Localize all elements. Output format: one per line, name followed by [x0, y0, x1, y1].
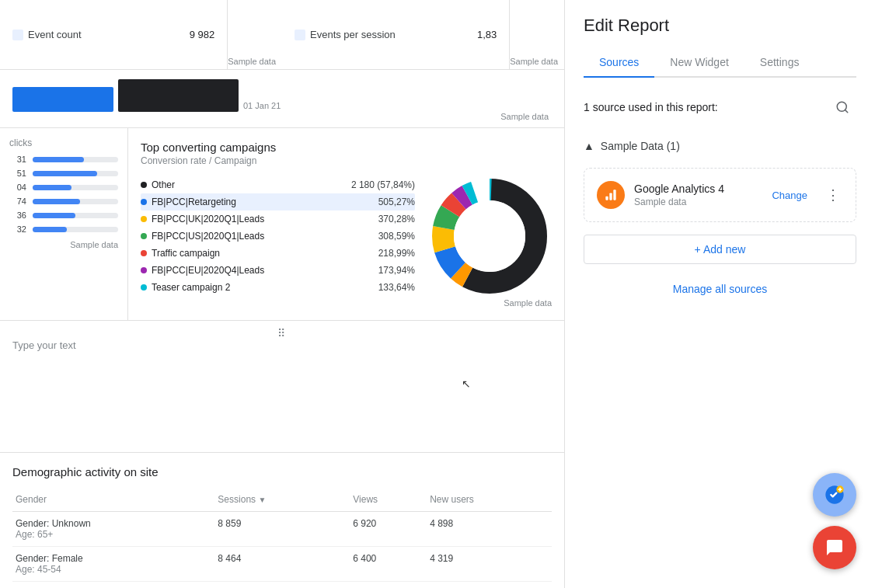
source-sub: Sample data — [634, 197, 756, 207]
line-chart-sample-data: Sample data — [0, 112, 552, 121]
campaign-row-4: Traffic campaign 218,99% — [141, 245, 415, 262]
fab-area — [813, 473, 856, 569]
campaigns-title: Top converting campaigns — [141, 141, 552, 154]
clicks-section: clicks 31 51 04 — [0, 128, 128, 320]
sample-data-section-label: Sample Data (1) — [601, 140, 680, 152]
bar-label-4: 36 — [9, 210, 26, 220]
events-per-session-icon — [295, 30, 305, 40]
col-gender: Gender — [12, 488, 214, 512]
tab-sources[interactable]: Sources — [584, 48, 654, 78]
event-count-value: 9 982 — [190, 29, 215, 40]
sessions-sort-icon: ▼ — [258, 496, 266, 504]
ga4-source-icon — [597, 181, 625, 209]
source-card: Google Analytics 4 Sample data Change ⋮ — [584, 168, 856, 222]
top-metrics-bar: Event count 9 982 Sample data Events per… — [0, 0, 564, 70]
source-more-button[interactable]: ⋮ — [823, 183, 843, 207]
panel-header: Edit Report Sources New Widget Settings — [565, 0, 875, 78]
campaign-row-0: Other 2 180 (57,84%) — [141, 176, 415, 193]
chat-icon — [825, 538, 844, 557]
svg-point-8 — [454, 200, 525, 272]
campaign-row-5: FB|PCC|EU|2020Q4|Leads 173,94% — [141, 262, 415, 279]
panel-tabs: Sources New Widget Settings — [584, 48, 856, 78]
text-widget[interactable]: ⠿ Type your text ↖ — [0, 321, 564, 453]
panel-title: Edit Report — [584, 16, 856, 36]
campaign-row-1: FB|PCC|Retargeting 505,27% — [141, 193, 415, 210]
sample-data-top-2: Sample data — [510, 57, 558, 66]
assistant-icon — [824, 484, 845, 506]
clicks-sample-data: Sample data — [9, 240, 118, 249]
tab-settings[interactable]: Settings — [744, 48, 815, 78]
tab-new-widget[interactable]: New Widget — [654, 48, 744, 78]
chevron-up-icon: ▲ — [584, 140, 594, 152]
event-count-label: Event count — [28, 29, 82, 40]
metric-events-per-session: Events per session 1,83 — [282, 0, 510, 69]
table-row-0: Gender: UnknownAge: 65+ 8 859 6 920 4 89… — [12, 512, 552, 547]
fab-chat-button[interactable] — [813, 526, 856, 569]
bar-label-5: 32 — [9, 224, 26, 234]
clicks-title: clicks — [9, 137, 118, 148]
event-count-icon — [12, 30, 23, 40]
manage-sources-link[interactable]: Manage all sources — [584, 283, 856, 295]
source-name: Google Analytics 4 — [634, 183, 756, 195]
line-chart-area: 01 Jan 21 Sample data — [0, 70, 564, 128]
clicks-bars: 31 51 04 74 — [9, 155, 118, 234]
metric-event-count: Event count 9 982 — [0, 0, 228, 69]
col-sessions[interactable]: Sessions ▼ — [214, 488, 350, 512]
bar-label-1: 51 — [9, 169, 26, 178]
demographic-title: Demographic activity on site — [12, 465, 552, 478]
demographic-section: Demographic activity on site Gender Sess… — [0, 453, 564, 588]
campaign-row-2: FB|PCC|UK|2020Q1|Leads 370,28% — [141, 210, 415, 228]
col-views: Views — [350, 488, 427, 512]
svg-rect-13 — [613, 190, 615, 200]
sources-count-row: 1 source used in this report: — [584, 93, 856, 121]
cursor-indicator: ↖ — [462, 378, 471, 390]
sources-count-label: 1 source used in this report: — [584, 101, 718, 113]
svg-line-10 — [845, 110, 847, 112]
donut-chart — [427, 174, 552, 298]
events-per-session-label: Events per session — [310, 29, 396, 40]
campaign-row-6: Teaser campaign 2 133,64% — [141, 279, 415, 296]
bar-label-0: 31 — [9, 155, 26, 164]
campaigns-list: Other 2 180 (57,84%) FB|PCC|Retargeting … — [141, 176, 415, 296]
analytics-icon-svg — [603, 187, 619, 203]
bar-label-3: 74 — [9, 197, 26, 206]
search-sources-button[interactable] — [828, 93, 856, 121]
add-new-source-button[interactable]: + Add new — [584, 235, 856, 264]
bar-blue — [12, 87, 113, 112]
search-icon — [835, 100, 849, 114]
source-info: Google Analytics 4 Sample data — [634, 183, 756, 207]
table-row-1: Gender: FemaleAge: 45-54 8 464 6 400 4 3… — [12, 547, 552, 582]
table-row-2: Gender: UnknownAge: 25-34 8 042 6 430 4 … — [12, 582, 552, 589]
date-label: 01 Jan 21 — [243, 101, 281, 110]
text-placeholder[interactable]: Type your text — [12, 339, 552, 351]
bar-label-2: 04 — [9, 183, 26, 192]
bar-dark — [118, 79, 239, 112]
campaign-row-3: FB|PCC|US|2020Q1|Leads 308,59% — [141, 228, 415, 245]
sample-data-collapsible[interactable]: ▲ Sample Data (1) — [584, 134, 856, 158]
campaigns-subtitle: Conversion rate / Campaign — [141, 155, 552, 166]
campaigns-section: Top converting campaigns Conversion rate… — [128, 128, 564, 320]
change-source-button[interactable]: Change — [765, 186, 814, 204]
svg-rect-12 — [609, 193, 612, 200]
campaigns-sample-data: Sample data — [141, 298, 552, 308]
svg-rect-11 — [605, 197, 608, 200]
col-new-users: New users — [427, 488, 552, 512]
demographic-table: Gender Sessions ▼ Views New users Gender… — [12, 488, 552, 588]
drag-handle[interactable]: ⠿ — [277, 327, 287, 339]
sample-data-top-1: Sample data — [228, 57, 276, 66]
fab-assistant-button[interactable] — [813, 473, 856, 517]
events-per-session-value: 1,83 — [477, 29, 497, 40]
